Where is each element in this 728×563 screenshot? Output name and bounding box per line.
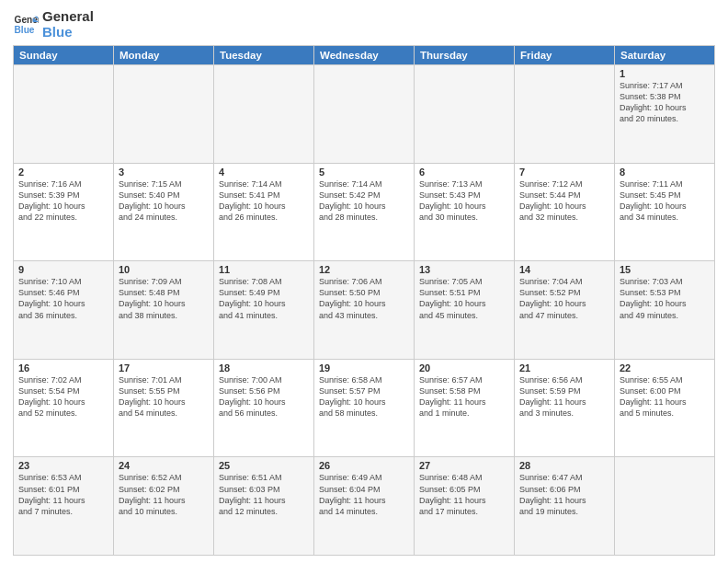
day-cell: 6Sunrise: 7:13 AM Sunset: 5:43 PM Daylig… <box>415 163 515 261</box>
day-cell: 8Sunrise: 7:11 AM Sunset: 5:45 PM Daylig… <box>615 163 715 261</box>
day-cell <box>14 65 114 164</box>
day-number: 4 <box>219 167 309 178</box>
day-cell: 25Sunrise: 6:51 AM Sunset: 6:03 PM Dayli… <box>214 457 314 556</box>
day-number: 11 <box>219 264 309 275</box>
week-row-4: 16Sunrise: 7:02 AM Sunset: 5:54 PM Dayli… <box>14 359 715 457</box>
day-info: Sunrise: 7:17 AM Sunset: 5:38 PM Dayligh… <box>620 80 710 125</box>
day-cell <box>515 65 615 164</box>
day-info: Sunrise: 6:56 AM Sunset: 5:59 PM Dayligh… <box>519 374 609 419</box>
svg-text:Blue: Blue <box>15 25 35 35</box>
day-info: Sunrise: 7:11 AM Sunset: 5:45 PM Dayligh… <box>620 178 710 224</box>
day-number: 3 <box>119 167 209 178</box>
day-info: Sunrise: 7:09 AM Sunset: 5:48 PM Dayligh… <box>119 276 209 321</box>
day-cell: 24Sunrise: 6:52 AM Sunset: 6:02 PM Dayli… <box>114 457 214 556</box>
day-cell: 1Sunrise: 7:17 AM Sunset: 5:38 PM Daylig… <box>615 65 715 164</box>
day-cell <box>114 65 214 164</box>
weekday-thursday: Thursday <box>415 46 515 65</box>
day-number: 5 <box>319 167 409 178</box>
day-number: 2 <box>18 167 108 178</box>
week-row-1: 1Sunrise: 7:17 AM Sunset: 5:38 PM Daylig… <box>14 65 715 164</box>
day-info: Sunrise: 7:14 AM Sunset: 5:41 PM Dayligh… <box>219 178 309 224</box>
day-number: 18 <box>219 362 309 373</box>
day-cell: 17Sunrise: 7:01 AM Sunset: 5:55 PM Dayli… <box>114 359 214 457</box>
day-info: Sunrise: 7:04 AM Sunset: 5:52 PM Dayligh… <box>519 276 609 321</box>
day-cell: 19Sunrise: 6:58 AM Sunset: 5:57 PM Dayli… <box>314 359 415 457</box>
day-info: Sunrise: 7:00 AM Sunset: 5:56 PM Dayligh… <box>219 374 309 419</box>
day-cell: 7Sunrise: 7:12 AM Sunset: 5:44 PM Daylig… <box>515 163 615 261</box>
day-number: 27 <box>419 460 509 471</box>
day-cell: 21Sunrise: 6:56 AM Sunset: 5:59 PM Dayli… <box>515 359 615 457</box>
day-number: 6 <box>419 167 509 178</box>
day-cell: 10Sunrise: 7:09 AM Sunset: 5:48 PM Dayli… <box>114 261 214 360</box>
weekday-tuesday: Tuesday <box>214 46 314 65</box>
day-number: 1 <box>620 68 710 79</box>
day-cell <box>415 65 515 164</box>
day-info: Sunrise: 6:49 AM Sunset: 6:04 PM Dayligh… <box>319 472 409 517</box>
day-number: 15 <box>620 264 710 275</box>
weekday-sunday: Sunday <box>14 46 114 65</box>
day-info: Sunrise: 7:08 AM Sunset: 5:49 PM Dayligh… <box>219 276 309 321</box>
day-cell: 20Sunrise: 6:57 AM Sunset: 5:58 PM Dayli… <box>415 359 515 457</box>
day-info: Sunrise: 6:47 AM Sunset: 6:06 PM Dayligh… <box>519 472 609 517</box>
calendar-table: SundayMondayTuesdayWednesdayThursdayFrid… <box>13 45 715 556</box>
day-number: 14 <box>519 264 609 275</box>
day-cell: 9Sunrise: 7:10 AM Sunset: 5:46 PM Daylig… <box>14 261 114 360</box>
day-info: Sunrise: 7:01 AM Sunset: 5:55 PM Dayligh… <box>119 374 209 419</box>
day-cell: 22Sunrise: 6:55 AM Sunset: 6:00 PM Dayli… <box>615 359 715 457</box>
day-number: 16 <box>18 362 108 373</box>
day-cell: 11Sunrise: 7:08 AM Sunset: 5:49 PM Dayli… <box>214 261 314 360</box>
week-row-3: 9Sunrise: 7:10 AM Sunset: 5:46 PM Daylig… <box>14 261 715 360</box>
day-number: 10 <box>119 264 209 275</box>
weekday-monday: Monday <box>114 46 214 65</box>
day-number: 28 <box>519 460 609 471</box>
day-cell: 28Sunrise: 6:47 AM Sunset: 6:06 PM Dayli… <box>515 457 615 556</box>
week-row-2: 2Sunrise: 7:16 AM Sunset: 5:39 PM Daylig… <box>14 163 715 261</box>
day-info: Sunrise: 7:02 AM Sunset: 5:54 PM Dayligh… <box>18 374 108 419</box>
day-cell: 16Sunrise: 7:02 AM Sunset: 5:54 PM Dayli… <box>14 359 114 457</box>
week-row-5: 23Sunrise: 6:53 AM Sunset: 6:01 PM Dayli… <box>14 457 715 556</box>
day-number: 20 <box>419 362 509 373</box>
day-number: 8 <box>620 167 710 178</box>
weekday-saturday: Saturday <box>615 46 715 65</box>
day-cell: 15Sunrise: 7:03 AM Sunset: 5:53 PM Dayli… <box>615 261 715 360</box>
day-info: Sunrise: 7:12 AM Sunset: 5:44 PM Dayligh… <box>519 178 609 224</box>
day-cell: 12Sunrise: 7:06 AM Sunset: 5:50 PM Dayli… <box>314 261 415 360</box>
day-number: 17 <box>119 362 209 373</box>
weekday-header-row: SundayMondayTuesdayWednesdayThursdayFrid… <box>14 46 715 65</box>
day-cell: 18Sunrise: 7:00 AM Sunset: 5:56 PM Dayli… <box>214 359 314 457</box>
day-number: 23 <box>18 460 108 471</box>
day-number: 24 <box>119 460 209 471</box>
day-info: Sunrise: 7:15 AM Sunset: 5:40 PM Dayligh… <box>119 178 209 224</box>
day-cell: 13Sunrise: 7:05 AM Sunset: 5:51 PM Dayli… <box>415 261 515 360</box>
day-info: Sunrise: 7:05 AM Sunset: 5:51 PM Dayligh… <box>419 276 509 321</box>
day-cell: 26Sunrise: 6:49 AM Sunset: 6:04 PM Dayli… <box>314 457 415 556</box>
day-info: Sunrise: 6:57 AM Sunset: 5:58 PM Dayligh… <box>419 374 509 419</box>
day-info: Sunrise: 6:53 AM Sunset: 6:01 PM Dayligh… <box>18 472 108 517</box>
day-cell: 4Sunrise: 7:14 AM Sunset: 5:41 PM Daylig… <box>214 163 314 261</box>
day-number: 7 <box>519 167 609 178</box>
day-info: Sunrise: 6:48 AM Sunset: 6:05 PM Dayligh… <box>419 472 509 517</box>
day-info: Sunrise: 7:03 AM Sunset: 5:53 PM Dayligh… <box>620 276 710 321</box>
day-number: 19 <box>319 362 409 373</box>
day-cell: 27Sunrise: 6:48 AM Sunset: 6:05 PM Dayli… <box>415 457 515 556</box>
day-info: Sunrise: 7:10 AM Sunset: 5:46 PM Dayligh… <box>18 276 108 321</box>
header: General Blue General Blue <box>13 9 715 40</box>
page: General Blue General Blue SundayMondayTu… <box>0 0 728 563</box>
day-info: Sunrise: 7:16 AM Sunset: 5:39 PM Dayligh… <box>18 178 108 224</box>
day-info: Sunrise: 7:06 AM Sunset: 5:50 PM Dayligh… <box>319 276 409 321</box>
day-number: 22 <box>620 362 710 373</box>
day-info: Sunrise: 6:52 AM Sunset: 6:02 PM Dayligh… <box>119 472 209 517</box>
day-cell <box>314 65 415 164</box>
logo-blue: Blue <box>42 25 94 40</box>
day-info: Sunrise: 6:51 AM Sunset: 6:03 PM Dayligh… <box>219 472 309 517</box>
day-info: Sunrise: 7:14 AM Sunset: 5:42 PM Dayligh… <box>319 178 409 224</box>
day-number: 13 <box>419 264 509 275</box>
day-cell: 3Sunrise: 7:15 AM Sunset: 5:40 PM Daylig… <box>114 163 214 261</box>
logo-general: General <box>42 9 94 25</box>
day-cell <box>214 65 314 164</box>
day-number: 9 <box>18 264 108 275</box>
weekday-wednesday: Wednesday <box>314 46 415 65</box>
day-number: 25 <box>219 460 309 471</box>
day-info: Sunrise: 6:55 AM Sunset: 6:00 PM Dayligh… <box>620 374 710 419</box>
day-cell: 23Sunrise: 6:53 AM Sunset: 6:01 PM Dayli… <box>14 457 114 556</box>
